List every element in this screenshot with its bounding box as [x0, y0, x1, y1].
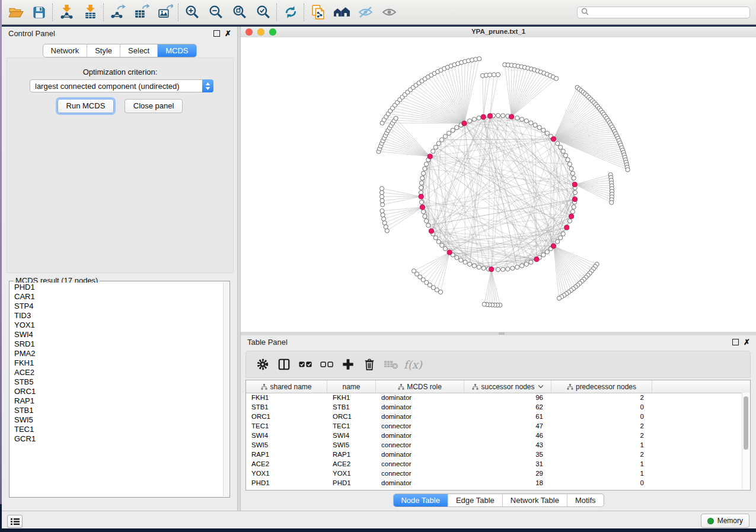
table-row[interactable]: PHD1PHD1dominator180 [246, 478, 742, 488]
graph-node[interactable] [524, 119, 528, 123]
graph-node[interactable] [436, 142, 441, 146]
table-row[interactable]: FKH1FKH1dominator962 [246, 393, 742, 402]
mcds-result-item[interactable]: SRD1 [10, 339, 223, 349]
import-network-icon[interactable] [55, 2, 78, 23]
graph-node[interactable] [561, 232, 565, 236]
graph-node[interactable] [468, 262, 472, 266]
table-row[interactable]: ORC1ORC1dominator610 [246, 412, 742, 421]
graph-node[interactable] [541, 128, 546, 132]
graph-node[interactable] [524, 262, 528, 266]
search-input[interactable] [589, 8, 746, 17]
graph-node[interactable] [436, 239, 441, 243]
select-all-icon[interactable] [295, 354, 316, 375]
graph-dominator-node[interactable] [572, 197, 577, 201]
graph-node[interactable] [545, 131, 549, 135]
table-row[interactable]: RAP1RAP1dominator352 [246, 450, 742, 459]
mcds-result-item[interactable]: CAR1 [10, 292, 223, 302]
graph-node[interactable] [511, 266, 515, 270]
graph-node[interactable] [481, 266, 486, 270]
show-all-icon[interactable] [377, 2, 401, 23]
search-box[interactable] [577, 7, 750, 18]
mcds-result-item[interactable]: PMA2 [10, 349, 223, 358]
graph-node[interactable] [557, 296, 561, 300]
graph-dominator-node[interactable] [429, 229, 433, 233]
graph-node[interactable] [541, 253, 546, 257]
zoom-out-icon[interactable] [204, 2, 228, 23]
graph-node[interactable] [515, 116, 519, 120]
graph-node[interactable] [529, 260, 533, 264]
graph-node[interactable] [563, 153, 567, 158]
graph-node[interactable] [492, 73, 496, 77]
graph-node[interactable] [567, 219, 572, 223]
mcds-result-item[interactable]: TID3 [10, 311, 223, 321]
zoom-fit-icon[interactable] [228, 2, 251, 23]
graph-node[interactable] [556, 239, 560, 243]
table-scrollbar-thumb[interactable] [744, 396, 748, 450]
graph-node[interactable] [569, 166, 573, 171]
mcds-result-item[interactable]: GCR1 [10, 434, 223, 444]
graph-node[interactable] [482, 302, 486, 306]
graph-node[interactable] [554, 76, 559, 81]
graph-node[interactable] [533, 123, 537, 127]
graph-node[interactable] [455, 255, 459, 259]
graph-node[interactable] [381, 213, 385, 217]
graph-node[interactable] [496, 267, 500, 271]
close-panel-icon[interactable]: ✗ [744, 339, 750, 345]
table-row[interactable]: TEC1TEC1connector472 [246, 421, 742, 431]
graph-node[interactable] [381, 203, 385, 207]
add-icon[interactable] [337, 354, 359, 375]
graph-node[interactable] [488, 73, 492, 77]
graph-node[interactable] [496, 113, 500, 117]
graph-node[interactable] [433, 236, 438, 240]
save-icon[interactable] [27, 2, 51, 23]
open-icon[interactable] [4, 2, 27, 23]
graph-node[interactable] [477, 116, 481, 120]
graph-node[interactable] [443, 134, 447, 139]
graph-node[interactable] [468, 119, 472, 123]
graph-node[interactable] [626, 168, 630, 172]
graph-node[interactable] [610, 200, 614, 204]
graph-node[interactable] [515, 265, 519, 269]
table-row[interactable]: STB1STB1dominator620 [246, 402, 742, 412]
graph-node[interactable] [380, 187, 384, 191]
graph-node[interactable] [419, 200, 423, 204]
graph-dominator-node[interactable] [487, 114, 492, 118]
table-row[interactable]: YOX1YOX1connector291 [246, 469, 742, 478]
graph-dominator-node[interactable] [569, 214, 574, 219]
graph-dominator-node[interactable] [551, 243, 556, 248]
mcds-result-item[interactable]: SWI5 [10, 415, 223, 425]
graph-node[interactable] [384, 225, 388, 229]
mcds-result-item[interactable]: SWI4 [10, 330, 223, 339]
first-neighbors-icon[interactable] [330, 2, 353, 23]
export-table-icon[interactable] [129, 2, 153, 23]
graph-node[interactable] [420, 176, 425, 180]
graph-node[interactable] [382, 217, 386, 221]
graph-node[interactable] [380, 209, 384, 213]
graph-dominator-node[interactable] [420, 205, 425, 210]
mcds-result-item[interactable]: PHD1 [10, 283, 223, 292]
tab-select[interactable]: Select [120, 44, 157, 57]
graph-node[interactable] [425, 219, 429, 223]
graph-node[interactable] [567, 162, 572, 166]
graph-node[interactable] [426, 223, 430, 227]
column-header-mcds-role[interactable]: MCDS role [376, 380, 464, 393]
memory-button[interactable]: Memory [701, 514, 749, 528]
graph-node[interactable] [573, 190, 577, 194]
graph-node[interactable] [556, 142, 560, 146]
mcds-result-item[interactable]: TEC1 [10, 425, 223, 434]
graph-node[interactable] [380, 198, 384, 203]
table-scrollbar[interactable] [742, 393, 750, 490]
optimization-criterion-select[interactable]: largest connected component (undirected) [30, 79, 213, 92]
tab-network-table[interactable]: Network Table [502, 494, 567, 507]
table-row[interactable]: SWI4SWI4dominator462 [246, 431, 742, 440]
graph-node[interactable] [559, 236, 563, 240]
column-header-successor-nodes[interactable]: successor nodes [464, 380, 551, 393]
mcds-result-item[interactable]: FKH1 [10, 358, 223, 368]
tab-style[interactable]: Style [87, 44, 120, 57]
close-panel-button[interactable]: Close panel [125, 99, 183, 113]
graph-node[interactable] [440, 137, 444, 142]
graph-node[interactable] [440, 243, 444, 247]
graph-node[interactable] [394, 116, 398, 120]
close-panel-icon[interactable]: ✗ [225, 31, 231, 36]
mcds-result-item[interactable]: STP4 [10, 302, 223, 311]
